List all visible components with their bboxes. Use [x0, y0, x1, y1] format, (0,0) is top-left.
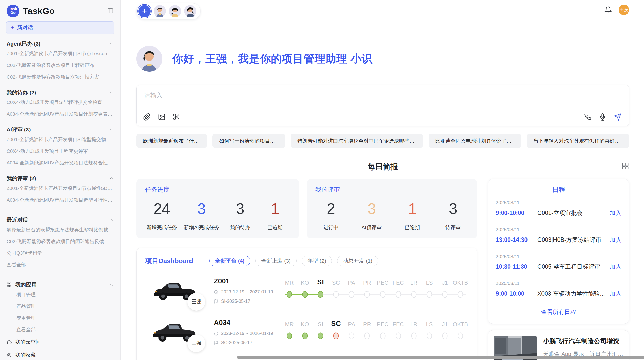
view-all-apps[interactable]: 查看全部... [6, 324, 114, 336]
card-label: 我的评审 [315, 186, 469, 194]
section-my-review[interactable]: 我的评审 (2) [6, 174, 114, 183]
new-chat-label: 新对话 [17, 24, 33, 31]
list-item[interactable]: C02-飞腾新能源轻客改款项目里程碑画布 [6, 59, 114, 71]
stat-value: 3 [439, 200, 467, 217]
horizontal-scrollbar-end[interactable] [635, 356, 643, 359]
milestone-label: PEC [375, 321, 390, 328]
view-all-chats[interactable]: 查看全部... [6, 259, 114, 271]
layout-grid-icon[interactable] [622, 162, 629, 170]
stat-value: 1 [398, 200, 426, 217]
section-my-todo[interactable]: 我的待办 (2) [6, 88, 114, 97]
add-member-button[interactable] [138, 5, 151, 17]
send-icon[interactable] [614, 113, 621, 121]
notification-bell-icon[interactable] [604, 6, 612, 14]
milestone-dot [349, 291, 354, 298]
milestone-label: PA [344, 280, 359, 286]
join-link[interactable]: 加入 [610, 236, 621, 244]
sidebar-item-label: 我的云空间 [15, 339, 41, 346]
grid-icon [7, 282, 12, 287]
section-title: Agent已办 (3) [7, 40, 40, 47]
list-item[interactable]: C0X4-动力总成开发项目SI里程碑提交物检查 [6, 97, 114, 108]
list-item[interactable]: A034-全新新能源MUV产品开发项目法规符合性评审 [6, 157, 114, 169]
sidebar-item-favorites[interactable]: 我的收藏 [6, 349, 114, 360]
filter-model-year[interactable]: 年型 (2) [302, 256, 332, 266]
suggestion-chip[interactable]: 欧洲新规最近颁布了什么? [136, 134, 207, 148]
section-title: 我的应用 [15, 281, 106, 288]
project-row[interactable]: 王强 A034 2023-12-19 ~ 2026-01-19 SC-2025-… [145, 319, 468, 346]
milestone-label: PR [359, 321, 375, 328]
section-title: 最近对话 [7, 216, 28, 223]
list-item[interactable]: A034-全新新能源MUV产品开发项目造型可行性评审 [6, 194, 114, 206]
collapse-sidebar-icon[interactable] [107, 8, 114, 14]
schedule-item[interactable]: 2025/03/11 9:00-10:00 C001-立项审批会 加入 [496, 195, 621, 222]
join-link[interactable]: 加入 [610, 263, 621, 271]
project-owner-badge: 王强 [187, 293, 205, 311]
star-badge-icon [7, 353, 12, 358]
avatar[interactable] [184, 5, 196, 17]
attachment-icon[interactable] [143, 113, 151, 121]
section-ai-review[interactable]: AI评审 (3) [6, 126, 114, 134]
list-item[interactable]: 解释最新出台的欧盟报废车法规再生塑料比例被调至15%... [6, 224, 114, 236]
milestone-dot [458, 291, 463, 298]
schedule-item[interactable]: 2025/03/11 9:00-10:00 X003-车辆动力学性能验... 加… [496, 276, 621, 303]
filter-new-body[interactable]: 全新上装 (3) [255, 256, 297, 266]
milestone-dot [396, 333, 401, 339]
new-chat-button[interactable]: + 新对话 [6, 21, 114, 34]
schedule-item[interactable]: 2025/03/11 10:30-11:30 C005-整车工程目标评审 加入 [496, 249, 621, 276]
image-upload-icon[interactable] [158, 113, 166, 121]
milestone-label: KO [297, 280, 313, 286]
list-item[interactable]: C02-飞腾新能源轻客改款项目立项汇报方案 [6, 71, 114, 83]
milestone-label: J1 [437, 280, 453, 286]
stat-label: 新增AI完成任务 [184, 224, 219, 231]
schedule-time: 10:30-11:30 [496, 263, 534, 270]
sidebar-item-product-mgmt[interactable]: 产品管理 [6, 301, 114, 312]
task-progress-card: 任务进度 24 新增完成任务 3 新增AI完成任务 3 我的待办 [136, 179, 299, 238]
microphone-icon[interactable] [599, 113, 606, 121]
sidebar-item-cloud-space[interactable]: 我的云空间 [6, 336, 114, 349]
user-avatar[interactable]: 王强 [619, 5, 629, 15]
list-item[interactable]: 公司Q3轻卡销量 [6, 247, 114, 259]
scissors-icon[interactable] [173, 113, 180, 121]
milestone-dot-done [287, 333, 292, 339]
horizontal-scrollbar[interactable] [237, 356, 644, 359]
section-agent-done[interactable]: Agent已办 (3) [6, 40, 114, 48]
chat-input[interactable] [144, 92, 478, 99]
avatar[interactable] [169, 5, 181, 17]
phone-call-icon[interactable] [584, 113, 591, 121]
sidebar-item-change-mgmt[interactable]: 变更管理 [6, 312, 114, 324]
plus-icon: + [11, 25, 14, 31]
project-owner-badge: 王强 [187, 334, 205, 352]
join-link[interactable]: 加入 [610, 290, 621, 298]
view-all-schedule-link[interactable]: 查看所有日程 [496, 303, 621, 316]
list-item[interactable]: Z001-全新燃油皮卡产品开发项目SI节点Lesson Learn报告 [6, 48, 114, 59]
divider [0, 275, 120, 275]
chevron-up-icon [109, 127, 114, 132]
list-item[interactable]: A034-全新新能源MUV产品开发项目计划变更表编写 [6, 108, 114, 120]
milestone-timeline: MR KO SI SC PA PR PEC FEC LR LS J1 OKTB [282, 277, 468, 304]
schedule-time: 9:00-10:00 [496, 209, 534, 216]
project-row[interactable]: 王强 Z001 2023-12-19 ~ 2027-01-19 SI-2025-… [145, 277, 468, 304]
section-recent-chats[interactable]: 最近对话 [6, 216, 114, 224]
sidebar-item-project-mgmt[interactable]: 项目管理 [6, 289, 114, 301]
schedule-date: 2025/03/11 [496, 227, 621, 232]
section-my-apps[interactable]: 我的应用 [6, 281, 114, 289]
suggestion-chip[interactable]: 特朗普可能对进口汽车增税会对中国车企造成哪些影响 [291, 134, 423, 148]
milestone-dot-done [318, 291, 323, 298]
filter-powertrain[interactable]: 动总开发 (1) [337, 256, 378, 266]
schedule-item[interactable]: 2025/03/11 13:00-14:30 C003|H0B-方案冻结评审 加… [496, 222, 621, 249]
join-link[interactable]: 加入 [610, 209, 621, 217]
milestone-label: MR [282, 321, 297, 328]
main-area: 王强 你好，王强，我是你的项目管理助理 小识 欧洲新规最近颁布了什么? 如何写一… [121, 0, 644, 360]
list-item[interactable]: Z001-全新燃油轻卡产品开发项目SI节点属性5D文件评审 [6, 183, 114, 194]
list-item[interactable]: Z001-全新燃油轻卡产品开发项目SI造型提交物评审 [6, 134, 114, 145]
suggestion-chip[interactable]: 比亚迪全固态电池计划具体说了什么 [429, 134, 521, 148]
avatar[interactable] [154, 5, 166, 17]
filter-new-platform[interactable]: 全新平台 (4) [209, 256, 251, 266]
list-item[interactable]: C0X4-动力总成开发项目工程变更评审 [6, 145, 114, 157]
list-item[interactable]: C02-飞腾新能源轻客改款项目的闭环通告反馈情况 [6, 236, 114, 247]
stat-in-progress: 2 进行中 [317, 200, 345, 231]
project-dashboard-card: 项目Dashboard 全新平台 (4) 全新上装 (3) 年型 (2) 动总开… [136, 248, 477, 360]
schedule-time: 13:00-14:30 [496, 236, 534, 243]
suggestion-chip[interactable]: 如何写一份清晰的项目周报 [212, 134, 285, 148]
suggestion-chip[interactable]: 当下年轻人对汽车外观有怎样的喜好趋势 [527, 134, 629, 148]
